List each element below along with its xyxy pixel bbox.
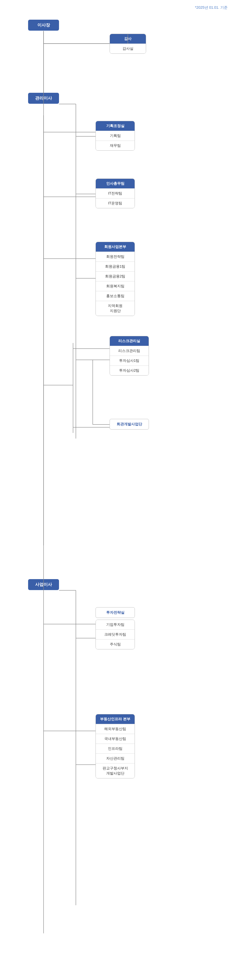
stock-team: 주식팀 xyxy=(96,639,135,649)
invest-strategy-group: 투자전략실 기업투자팀 크레딧투자팀 주식팀 xyxy=(95,607,135,649)
planning-group: 기획조정실 기획팀 재무팀 xyxy=(95,121,135,151)
risk-mgmt-group: 리스크관리실 리스크관리팀 투자심사1팀 투자심사2팀 xyxy=(109,336,149,375)
realestate-infra-dept-header: 부동산인프라 본부 xyxy=(96,714,135,724)
asset-mgmt-team: 자산관리팀 xyxy=(96,753,135,763)
pr-comm-team: 홍보소통팀 xyxy=(96,291,135,301)
overseas-realestate-team: 해외부동산팀 xyxy=(96,724,135,734)
hr-it-container: 인사총무팀 IT전략팀 IT운영팀 xyxy=(95,178,135,208)
invest-teams-container: 기업투자팀 크레딧투자팀 주식팀 xyxy=(95,620,135,649)
realestate-container: 부동산인프라 본부 해외부동산팀 국내부동산팀 인프라팀 자산관리팀 판교구청사… xyxy=(95,714,135,778)
finance-team: 재무팀 xyxy=(96,140,135,150)
member-welfare-team: 회원복지팀 xyxy=(96,281,135,291)
clubhouse-dev-label: 회관개발사업단 xyxy=(109,419,149,430)
chairman-label: 이사장 xyxy=(28,20,59,31)
credit-invest-team: 크레딧투자팀 xyxy=(96,630,135,639)
member-finance2-team: 회원금융2팀 xyxy=(96,271,135,281)
auditor-group: 감사 감사실 xyxy=(109,34,146,54)
planning-container: 기획조정실 기획팀 재무팀 xyxy=(95,121,135,151)
infra-team: 인프라팀 xyxy=(96,744,135,753)
regional-member-support: 지역회원 지원단 xyxy=(96,301,135,316)
planning-office-header: 기획조정실 xyxy=(96,121,135,131)
biz-director-box: 사업이사 xyxy=(28,579,59,590)
org-chart: 이사장 감사 감사실 관리이사 기획조정실 기획팀 재무팀 인사총무팀 IT전 xyxy=(0,6,236,961)
corp-invest-team: 기업투자팀 xyxy=(96,620,135,630)
risk-mgmt-team: 리스크관리팀 xyxy=(110,346,149,356)
auditor-container: 감사 감사실 xyxy=(109,34,146,54)
managing-director-box: 관리이사 xyxy=(28,93,59,104)
chairman-box: 이사장 xyxy=(28,20,59,31)
it-ops-team: IT운영팀 xyxy=(96,198,135,208)
managing-director-label: 관리이사 xyxy=(28,93,59,104)
member-finance1-team: 회원금융1팀 xyxy=(96,261,135,271)
realestate-group: 부동산인프라 본부 해외부동산팀 국내부동산팀 인프라팀 자산관리팀 판교구청사… xyxy=(95,714,135,778)
invest-strategy-office: 투자전략실 xyxy=(95,607,135,618)
it-strategy-team: IT전략팀 xyxy=(96,188,135,198)
member-strategy-team: 회원전략팀 xyxy=(96,251,135,261)
auditor-dept: 감사실 xyxy=(110,44,146,53)
risk-mgmt-container: 리스크관리실 리스크관리팀 투자심사1팀 투자심사2팀 xyxy=(109,336,149,375)
member-biz-group: 회원사업본부 회원전략팀 회원금융1팀 회원금융2팀 회원복지팀 홍보소통팀 지… xyxy=(95,242,135,316)
hr-general-team-header: 인사총무팀 xyxy=(96,179,135,188)
hr-it-group: 인사총무팀 IT전략팀 IT운영팀 xyxy=(95,178,135,208)
invest-review2-team: 투자심사2팀 xyxy=(110,366,149,375)
domestic-realestate-team: 국내부동산팀 xyxy=(96,734,135,744)
risk-mgmt-office-header: 리스크관리실 xyxy=(110,336,149,346)
clubhouse-dev-box: 회관개발사업단 xyxy=(109,419,149,430)
page-wrapper: *2025년 01.01. 기준 xyxy=(0,0,236,967)
invest-review1-team: 투자심사1팀 xyxy=(110,356,149,366)
biz-director-label: 사업이사 xyxy=(28,579,59,590)
member-biz-container: 회원사업본부 회원전략팀 회원금융1팀 회원금융2팀 회원복지팀 홍보소통팀 지… xyxy=(95,242,135,316)
planning-team: 기획팀 xyxy=(96,131,135,140)
pangyo-dev-unit: 판교구청사부지 개발사업단 xyxy=(96,763,135,778)
auditor-header: 감사 xyxy=(110,34,146,44)
member-biz-dept-header: 회원사업본부 xyxy=(96,242,135,251)
